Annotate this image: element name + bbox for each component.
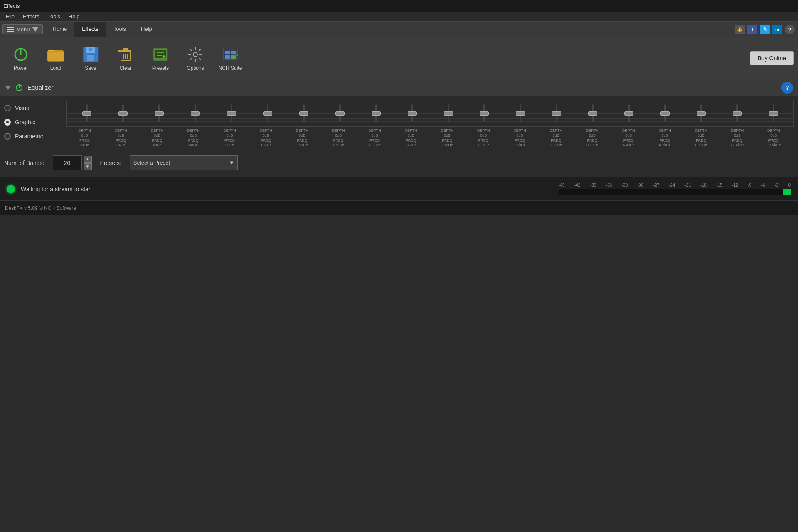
slider-thumb-9[interactable] (408, 111, 417, 116)
slider-thumb-17[interactable] (697, 111, 706, 116)
presets-wrapper: Select a Preset ▼ (130, 155, 238, 170)
band-freq-2: FREQ48Hz (152, 138, 163, 148)
vu-bar (783, 189, 791, 195)
vu-scale-label: -3 (775, 183, 778, 187)
menu-help[interactable]: Help (64, 12, 84, 20)
slider-track-7[interactable] (339, 104, 341, 122)
parametric-radio[interactable]: Parametric (4, 133, 62, 140)
visual-radio-dot (4, 105, 11, 111)
slider-thumb-8[interactable] (372, 111, 381, 116)
load-button[interactable]: Load (39, 42, 72, 75)
tab-tools[interactable]: Tools (106, 22, 133, 37)
slider-thumb-7[interactable] (335, 111, 345, 116)
band-depth-15: DEPTH0dB (622, 128, 635, 138)
band-depth-5: DEPTH0dB (260, 128, 273, 138)
slider-band-5 (250, 104, 286, 122)
tab-help[interactable]: Help (133, 22, 160, 37)
slider-track-16[interactable] (664, 104, 666, 122)
slider-thumb-10[interactable] (444, 111, 453, 116)
vu-scale-label: -27 (653, 183, 659, 187)
slider-thumb-1[interactable] (118, 111, 128, 116)
slider-track-15[interactable] (628, 104, 630, 122)
vu-scale-label: -42 (574, 183, 580, 187)
band-depth-9: DEPTH0dB (405, 128, 418, 138)
band-label-13: DEPTH0dBFREQ2.2kHz (538, 128, 574, 148)
slider-track-1[interactable] (122, 104, 124, 122)
tab-effects[interactable]: Effects (74, 22, 106, 37)
slider-track-10[interactable] (448, 104, 449, 122)
power-button[interactable]: Power (4, 42, 37, 75)
slider-track-5[interactable] (267, 104, 268, 122)
menu-file[interactable]: File (2, 12, 19, 20)
slider-thumb-5[interactable] (263, 111, 272, 116)
svg-rect-8 (89, 48, 92, 51)
slider-track-4[interactable] (231, 104, 232, 122)
svg-rect-31 (225, 51, 230, 54)
nch-suite-button[interactable]: NCH Suite (214, 42, 247, 75)
band-freq-17: FREQ8.7kHz (695, 138, 707, 148)
collapse-icon[interactable] (5, 86, 11, 90)
clear-label: Clear (120, 65, 132, 71)
buy-online-button[interactable]: Buy Online (750, 51, 794, 65)
band-label-7: DEPTH0dBFREQ273Hz (320, 128, 357, 148)
slider-thumb-16[interactable] (660, 111, 670, 116)
slider-track-19[interactable] (773, 104, 774, 122)
slider-thumb-14[interactable] (588, 111, 597, 116)
facebook-icon[interactable]: f (747, 25, 757, 34)
help-icon[interactable]: ? (785, 25, 795, 34)
band-label-1: DEPTH0dBFREQ34Hz (103, 128, 139, 148)
status-text: Waiting for a stream to start (21, 186, 92, 192)
slider-thumb-3[interactable] (191, 111, 200, 116)
slider-band-16 (647, 104, 683, 122)
slider-track-0[interactable] (86, 104, 88, 122)
slider-thumb-18[interactable] (733, 111, 742, 116)
slider-track-14[interactable] (592, 104, 594, 122)
slider-track-9[interactable] (411, 104, 413, 122)
num-bands-input[interactable] (53, 155, 82, 170)
options-button[interactable]: Options (179, 42, 212, 75)
slider-thumb-15[interactable] (624, 111, 633, 116)
slider-track-13[interactable] (556, 104, 557, 122)
band-freq-9: FREQ546Hz (406, 138, 416, 148)
graphic-radio[interactable]: Graphic (4, 119, 62, 126)
band-freq-10: FREQ772Hz (442, 138, 453, 148)
slider-thumb-0[interactable] (82, 111, 91, 116)
menu-button[interactable]: Menu (2, 24, 43, 34)
slider-band-11 (466, 104, 502, 122)
presets-button[interactable]: Presets (144, 42, 177, 75)
slider-thumb-12[interactable] (516, 111, 525, 116)
slider-track-12[interactable] (520, 104, 521, 122)
slider-track-11[interactable] (483, 104, 485, 122)
visual-radio[interactable]: Visual (4, 105, 62, 111)
slider-thumb-11[interactable] (480, 111, 489, 116)
nch-suite-label: NCH Suite (219, 65, 242, 71)
band-freq-0: FREQ24Hz (79, 138, 90, 148)
slider-thumb-4[interactable] (227, 111, 236, 116)
tab-home[interactable]: Home (45, 22, 75, 37)
bands-down-button[interactable]: ▼ (84, 163, 92, 170)
eq-help-button[interactable]: ? (781, 82, 793, 94)
slider-thumb-19[interactable] (769, 111, 778, 116)
svg-line-29 (190, 58, 192, 60)
slider-track-17[interactable] (700, 104, 702, 122)
clear-button[interactable]: Clear (109, 42, 142, 75)
slider-thumb-13[interactable] (552, 111, 561, 116)
thumbs-up-icon[interactable]: 👍 (735, 25, 745, 34)
chevron-down-icon (32, 27, 38, 32)
menu-effects[interactable]: Effects (19, 12, 44, 20)
save-button[interactable]: Save (74, 42, 107, 75)
slider-band-7 (322, 104, 358, 122)
bands-up-button[interactable]: ▲ (84, 156, 92, 163)
slider-thumb-6[interactable] (299, 111, 308, 116)
slider-track-8[interactable] (375, 104, 377, 122)
slider-track-18[interactable] (736, 104, 738, 122)
twitter-icon[interactable]: 𝕏 (760, 25, 770, 34)
menu-tools[interactable]: Tools (43, 12, 64, 20)
presets-select[interactable]: Select a Preset (130, 155, 238, 170)
slider-track-3[interactable] (195, 104, 196, 122)
slider-track-2[interactable] (158, 104, 160, 122)
slider-track-6[interactable] (303, 104, 305, 122)
band-depth-16: DEPTH0dB (658, 128, 671, 138)
linkedin-icon[interactable]: in (772, 25, 782, 34)
slider-thumb-2[interactable] (155, 111, 164, 116)
